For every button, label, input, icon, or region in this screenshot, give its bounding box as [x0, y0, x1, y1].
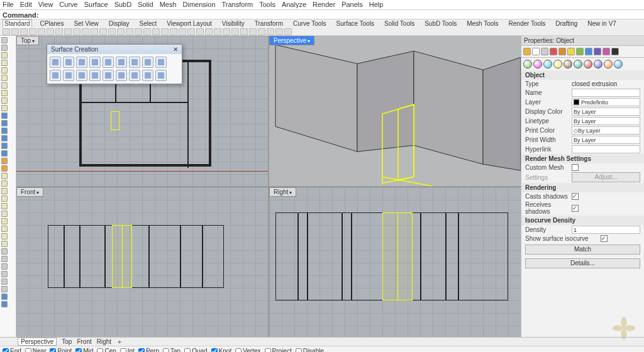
tool-rect-icon[interactable] — [1, 82, 8, 89]
toolbar-icon[interactable] — [231, 28, 239, 35]
viewport-front-label[interactable]: Front▾ — [16, 187, 43, 197]
prop-print-width-select[interactable]: By Layer — [572, 136, 640, 144]
tool-cylinder-icon[interactable] — [1, 143, 8, 149]
osnap-checkbox[interactable] — [75, 348, 82, 353]
srf-tool-icon[interactable] — [116, 57, 127, 68]
osnap-checkbox[interactable] — [163, 348, 169, 353]
toolbar-icon[interactable] — [161, 28, 169, 35]
menu-view[interactable]: View — [38, 1, 53, 9]
tool-cone-icon[interactable] — [1, 150, 8, 157]
close-icon[interactable]: ✕ — [173, 46, 178, 53]
osnap-checkbox[interactable] — [296, 348, 302, 353]
tool-polygon-icon[interactable] — [1, 90, 8, 96]
prop-display-color-select[interactable]: By Layer — [572, 107, 640, 116]
osnap-int[interactable]: Int — [120, 348, 135, 352]
tool-extend-icon[interactable] — [1, 188, 8, 194]
osnap-project[interactable]: Project — [265, 348, 292, 352]
osnap-checkbox[interactable] — [50, 348, 56, 353]
srf-tool-icon[interactable] — [63, 70, 74, 81]
osnap-checkbox[interactable] — [265, 348, 271, 353]
osnap-checkbox[interactable] — [211, 348, 218, 353]
srf-tool-icon[interactable] — [76, 70, 87, 81]
toolbar-icon[interactable] — [214, 28, 221, 35]
vtab-right[interactable]: Right — [97, 338, 111, 345]
osnap-knot[interactable]: Knot — [211, 348, 232, 352]
tool-pointer-icon[interactable] — [1, 37, 8, 43]
match-button[interactable]: Match — [525, 245, 640, 255]
osnap-checkbox[interactable] — [184, 348, 191, 353]
prop-linetype-select[interactable]: By Layer — [572, 117, 640, 125]
srf-tool-icon[interactable] — [116, 70, 127, 81]
tool-surface-icon[interactable] — [1, 113, 8, 119]
palette-swatch[interactable] — [550, 48, 557, 55]
custom-mesh-checkbox[interactable] — [572, 164, 579, 171]
tool-hatch-icon[interactable] — [1, 271, 8, 277]
tool-rotate-icon[interactable] — [1, 233, 8, 239]
tool-lasso-icon[interactable] — [1, 45, 8, 51]
menu-tools[interactable]: Tools — [259, 1, 275, 9]
menu-file[interactable]: File — [3, 1, 14, 9]
toolbar-icon[interactable] — [284, 28, 292, 35]
command-line[interactable]: Command: — [0, 10, 644, 19]
tab-cplanes[interactable]: CPlanes — [38, 19, 66, 28]
toolbar-icon[interactable] — [73, 28, 80, 35]
srf-tool-icon[interactable] — [142, 70, 153, 81]
tab-select[interactable]: Select — [138, 19, 159, 28]
palette-swatch[interactable] — [594, 48, 601, 55]
tool-render-icon[interactable] — [1, 294, 8, 300]
osnap-checkbox[interactable] — [3, 348, 9, 353]
viewport-top-label[interactable]: Top▾ — [16, 36, 39, 45]
toolbar-icon[interactable] — [55, 28, 63, 35]
tool-fillet-icon[interactable] — [1, 195, 8, 202]
casts-shadows-checkbox[interactable] — [572, 193, 579, 200]
srf-tool-icon[interactable] — [89, 57, 101, 68]
palette-swatch[interactable] — [602, 48, 610, 55]
material-ball[interactable] — [574, 60, 582, 69]
tool-arc-icon[interactable] — [1, 75, 8, 81]
menu-subd[interactable]: SubD — [114, 1, 132, 9]
material-ball[interactable] — [523, 60, 532, 69]
menu-analyze[interactable]: Analyze — [282, 1, 306, 9]
palette-swatch[interactable] — [523, 48, 531, 55]
tool-grid-icon[interactable] — [1, 278, 8, 285]
tool-line-icon[interactable] — [1, 52, 8, 58]
material-ball[interactable] — [614, 60, 623, 69]
palette-swatch[interactable] — [558, 48, 566, 55]
palette-swatch[interactable] — [611, 48, 619, 55]
tab-render-tools[interactable]: Render Tools — [507, 19, 548, 28]
tool-solid-icon[interactable] — [1, 120, 8, 126]
palette-titlebar[interactable]: Surface Creation ✕ — [47, 45, 182, 54]
srf-tool-icon[interactable] — [142, 57, 153, 68]
tool-curve-icon[interactable] — [1, 97, 8, 104]
viewport-perspective-label[interactable]: Perspective▾ — [269, 36, 314, 45]
vtab-top[interactable]: Top — [62, 338, 72, 345]
tool-options-icon[interactable] — [1, 286, 8, 292]
tab-surface-tools[interactable]: Surface Tools — [335, 19, 376, 28]
tool-ellipse-icon[interactable] — [1, 105, 8, 111]
osnap-end[interactable]: End — [3, 348, 21, 352]
tool-offset-icon[interactable] — [1, 203, 8, 209]
toolbar-icon[interactable] — [29, 28, 36, 35]
viewport-perspective[interactable]: Perspective▾ — [269, 36, 521, 186]
tab-display[interactable]: Display — [107, 19, 131, 28]
tab-subd-tools[interactable]: SubD Tools — [423, 19, 458, 28]
osnap-tan[interactable]: Tan — [163, 348, 180, 352]
srf-tool-icon[interactable] — [155, 70, 167, 81]
menu-solid[interactable]: Solid — [138, 1, 153, 9]
material-ball[interactable] — [533, 60, 542, 69]
srf-tool-icon[interactable] — [129, 70, 140, 81]
menu-surface[interactable]: Surface — [84, 1, 108, 9]
tool-join-icon[interactable] — [1, 165, 8, 172]
menu-mesh[interactable]: Mesh — [160, 1, 177, 9]
toolbar-icon[interactable] — [47, 28, 54, 35]
toolbar-icon[interactable] — [117, 28, 125, 35]
tool-box-icon[interactable] — [1, 128, 8, 134]
toolbar-icon[interactable] — [91, 28, 98, 35]
menu-help[interactable]: Help — [369, 1, 384, 9]
palette-swatch[interactable] — [541, 48, 548, 55]
details-button[interactable]: Details... — [525, 258, 640, 268]
osnap-checkbox[interactable] — [97, 348, 103, 353]
osnap-near[interactable]: Near — [25, 348, 47, 352]
viewport-right-label[interactable]: Right▾ — [269, 187, 296, 197]
toolbar-icon[interactable] — [170, 28, 177, 35]
